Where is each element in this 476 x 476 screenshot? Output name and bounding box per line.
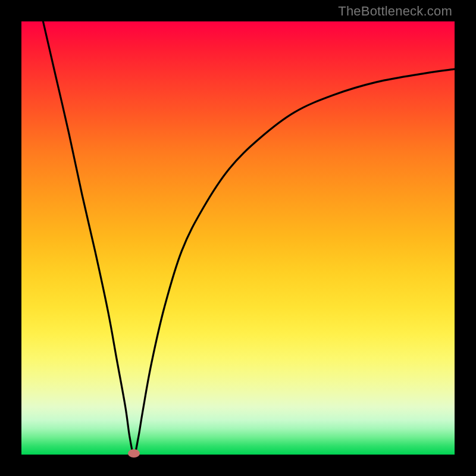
attribution-text: TheBottleneck.com — [338, 4, 452, 19]
bottleneck-curve — [21, 21, 455, 455]
chart-frame: TheBottleneck.com — [0, 0, 476, 476]
plot-area — [21, 21, 455, 455]
